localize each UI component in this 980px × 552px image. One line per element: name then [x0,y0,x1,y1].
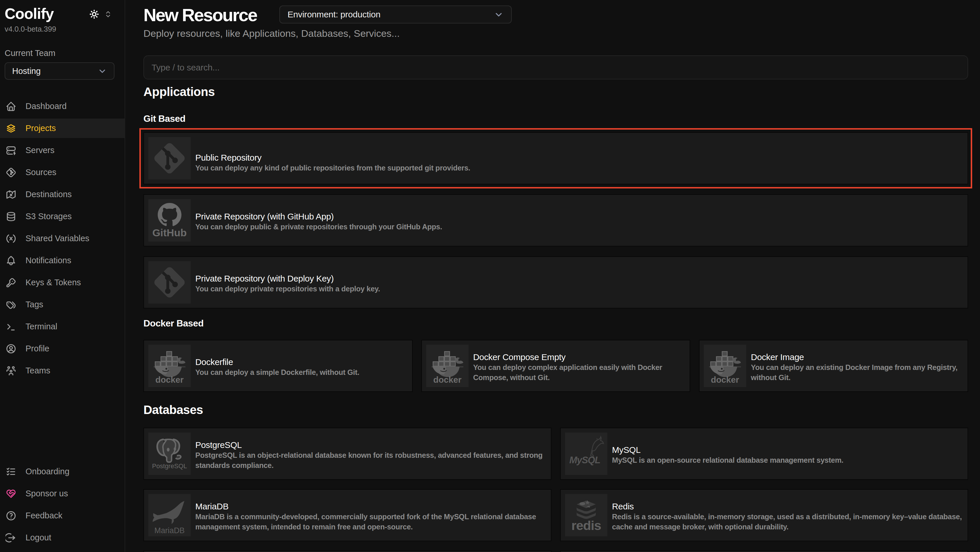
svg-text:MySQL: MySQL [570,455,600,465]
svg-text:docker: docker [711,375,740,384]
svg-text:docker: docker [433,375,461,384]
svg-text:docker: docker [155,375,184,384]
svg-text:redis: redis [571,518,601,533]
svg-text:MariaDB: MariaDB [154,526,185,535]
svg-text:PostgreSQL: PostgreSQL [152,463,187,470]
svg-text:GitHub: GitHub [153,227,187,239]
